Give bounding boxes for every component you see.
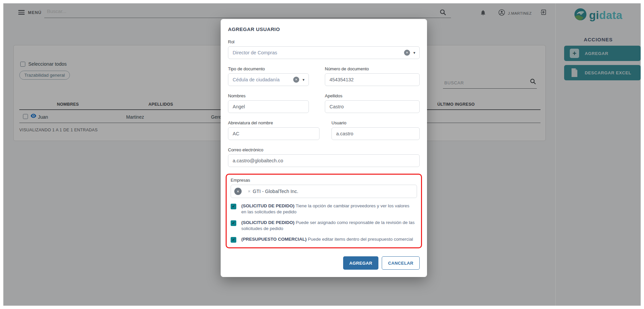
field-numero-documento: Número de documento <box>325 66 420 86</box>
usuario-label: Usuario <box>331 120 420 125</box>
rol-select[interactable]: Director de Compras ✕ ▼ <box>228 46 420 59</box>
field-apellidos: Apellidos <box>325 93 420 113</box>
rol-clear-icon[interactable]: ✕ <box>404 50 410 56</box>
abreviatura-input[interactable] <box>233 131 316 136</box>
modal-cancel-button[interactable]: CANCELAR <box>382 256 420 270</box>
field-tipo-documento: Tipo de documento Cédula de ciudadanía ✕… <box>228 66 309 86</box>
modal-actions: AGREGAR CANCELAR <box>228 256 420 270</box>
rol-label: Rol <box>228 39 420 44</box>
tipo-documento-clear-icon[interactable]: ✕ <box>293 77 299 83</box>
permission-text: (SOLICITUD DE PEDIDO) Tiene la opción de… <box>241 203 415 215</box>
tipo-documento-label: Tipo de documento <box>228 66 309 71</box>
numero-documento-input[interactable] <box>329 77 416 82</box>
modal-title: AGREGAR USUARIO <box>228 26 420 32</box>
tipo-documento-caret-icon[interactable]: ▼ <box>302 78 305 82</box>
tipo-documento-value: Cédula de ciudadanía <box>233 77 293 82</box>
correo-input[interactable] <box>233 158 416 163</box>
empresa-chip: ✕ GTI - GlobalTech Inc. <box>248 189 298 194</box>
app-window: MENÚ J.MARTINEZ <box>3 3 641 306</box>
modal-submit-button[interactable]: AGREGAR <box>343 256 378 270</box>
add-user-modal: AGREGAR USUARIO Rol Director de Compras … <box>221 19 427 277</box>
tipo-documento-select[interactable]: Cédula de ciudadanía ✕ ▼ <box>228 73 309 86</box>
permission-checkbox-checked[interactable] <box>231 220 236 226</box>
field-nombres: Nombres <box>228 93 309 113</box>
permission-row: (PRESUPUESTO COMERCIAL) Puede editar ite… <box>231 236 417 243</box>
permission-text: (PRESUPUESTO COMERCIAL) Puede editar ite… <box>241 236 415 242</box>
field-usuario: Usuario <box>331 120 420 140</box>
correo-label: Correo electrónico <box>228 147 420 152</box>
permission-text: (SOLICITUD DE PEDIDO) Puede ser asignado… <box>241 220 415 231</box>
apellidos-input[interactable] <box>329 104 416 109</box>
rol-value: Director de Compras <box>233 50 404 55</box>
usuario-input[interactable] <box>336 131 416 136</box>
field-abreviatura: Abreviatura del nombre <box>228 120 320 140</box>
field-rol: Rol Director de Compras ✕ ▼ <box>228 39 420 59</box>
empresas-multiselect[interactable]: ✕ ✕ GTI - GlobalTech Inc. <box>231 185 417 198</box>
abreviatura-label: Abreviatura del nombre <box>228 120 320 125</box>
nombres-input[interactable] <box>233 104 305 109</box>
empresas-clear-icon[interactable]: ✕ <box>234 188 242 195</box>
empresas-highlight-box: Empresas ✕ ✕ GTI - GlobalTech Inc. (SOLI… <box>226 174 422 248</box>
rol-caret-icon[interactable]: ▼ <box>413 51 416 55</box>
chip-remove-icon[interactable]: ✕ <box>248 189 251 194</box>
chip-label: GTI - GlobalTech Inc. <box>253 189 298 194</box>
empresas-label: Empresas <box>231 178 417 183</box>
field-correo: Correo electrónico <box>228 147 420 167</box>
permission-checkbox-checked[interactable] <box>231 204 236 209</box>
permission-row: (SOLICITUD DE PEDIDO) Tiene la opción de… <box>231 203 417 215</box>
numero-documento-label: Número de documento <box>325 66 420 71</box>
permission-row: (SOLICITUD DE PEDIDO) Puede ser asignado… <box>231 220 417 231</box>
nombres-label: Nombres <box>228 93 309 98</box>
apellidos-label: Apellidos <box>325 93 420 98</box>
page: MENÚ J.MARTINEZ <box>0 0 644 309</box>
permission-checkbox-checked[interactable] <box>231 237 236 243</box>
